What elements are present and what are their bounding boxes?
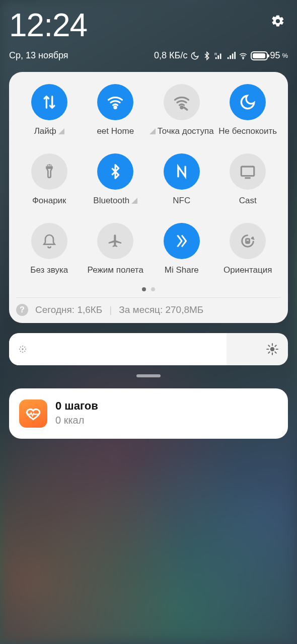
airplane-icon — [97, 223, 133, 259]
flashlight-icon — [31, 153, 67, 190]
qs-tile-silent[interactable]: Без звука — [16, 223, 83, 275]
shade-subheader: Ср, 13 ноября 0,8 КБ/с R 95 % — [9, 50, 288, 61]
usage-month-value: 270,8МБ — [165, 304, 203, 315]
drag-handle[interactable] — [136, 374, 161, 377]
qs-tile-label: Bluetooth — [93, 196, 137, 206]
svg-point-10 — [22, 346, 23, 347]
settings-button[interactable] — [271, 14, 285, 28]
qs-tile-nfc[interactable]: NFC — [148, 153, 215, 206]
svg-line-25 — [268, 352, 269, 353]
notification-shade: 12:24 Ср, 13 ноября 0,8 КБ/с R 95 % Лайф… — [0, 0, 297, 439]
qs-tile-wifi[interactable]: eet Home — [83, 84, 149, 136]
svg-point-18 — [270, 347, 275, 352]
data-usage-bar[interactable]: ? Сегодня: 1,6КБ | За месяц: 270,8МБ — [16, 297, 281, 316]
hotspot-icon — [164, 84, 200, 120]
mobile-data-icon — [31, 84, 67, 120]
moon-icon — [190, 51, 199, 60]
signal-2-icon — [227, 51, 236, 60]
question-icon: ? — [16, 304, 28, 316]
qs-tile-cast[interactable]: Cast — [215, 153, 281, 206]
rotation-icon — [230, 223, 266, 259]
svg-point-17 — [25, 351, 26, 352]
notification-title: 0 шагов — [55, 399, 98, 413]
svg-point-15 — [25, 347, 26, 348]
svg-point-13 — [25, 349, 26, 350]
shade-header: 12:24 — [9, 9, 288, 41]
svg-point-16 — [20, 351, 21, 352]
clock: 12:24 — [9, 9, 87, 41]
usage-today-label: Сегодня: — [35, 304, 75, 315]
svg-rect-4 — [242, 167, 255, 176]
health-app-icon — [19, 399, 47, 428]
date-label: Ср, 13 ноября — [9, 50, 68, 61]
qs-tile-label: Без звука — [30, 265, 68, 275]
svg-point-8 — [247, 242, 248, 243]
usage-month-label: За месяц: — [119, 304, 163, 315]
svg-line-23 — [268, 345, 269, 346]
qs-tile-flashlight[interactable]: Фонарик — [16, 153, 83, 206]
brightness-high-icon — [266, 343, 279, 356]
qs-tile-dnd[interactable]: Не беспокоить — [215, 84, 281, 136]
battery-pct: 95 — [270, 50, 280, 61]
svg-text:R: R — [214, 52, 217, 56]
svg-point-3 — [181, 106, 183, 108]
usage-today-value: 1,6КБ — [77, 304, 102, 315]
gear-icon — [271, 14, 285, 28]
svg-point-14 — [20, 347, 21, 348]
page-indicator[interactable] — [16, 287, 281, 291]
qs-tile-rotation[interactable]: Ориентация — [215, 223, 281, 275]
cast-icon — [230, 153, 266, 190]
qs-tile-label: Ориентация — [224, 265, 272, 275]
brightness-slider[interactable] — [9, 333, 288, 365]
signal-1-icon: R — [214, 51, 224, 60]
qs-tile-label: eet Home — [97, 126, 134, 136]
battery-icon — [251, 51, 268, 60]
notification-text: 0 шагов 0 ккал — [55, 399, 98, 426]
notification-card[interactable]: 0 шагов 0 ккал — [9, 388, 288, 439]
status-icons: 0,8 КБ/с R 95 % — [154, 50, 288, 61]
page-dot-1 — [142, 287, 146, 291]
qs-tile-label: Режим полета — [88, 265, 143, 275]
bluetooth-icon — [97, 153, 133, 190]
page-dot-2 — [151, 287, 155, 291]
svg-point-11 — [22, 352, 23, 353]
quick-settings-panel: Лайфeet HomeТочка доступаНе беспокоитьФо… — [9, 72, 288, 323]
qs-tile-label: Точка доступа — [150, 126, 214, 136]
nfc-icon — [164, 153, 200, 190]
qs-tile-label: Не беспокоить — [218, 126, 277, 136]
qs-tile-mobile-data[interactable]: Лайф — [16, 84, 83, 136]
bluetooth-status-icon — [202, 51, 211, 60]
battery-pct-suffix: % — [282, 52, 288, 59]
qs-tile-label: Mi Share — [165, 265, 199, 275]
svg-point-12 — [19, 349, 20, 350]
svg-line-26 — [275, 345, 276, 346]
wifi-status-icon — [239, 51, 248, 60]
qs-tile-bluetooth[interactable]: Bluetooth — [83, 153, 149, 206]
svg-point-9 — [22, 348, 23, 350]
notification-subtitle: 0 ккал — [55, 415, 98, 426]
qs-tile-mishare[interactable]: Mi Share — [148, 223, 215, 275]
qs-tile-label: Фонарик — [32, 196, 66, 206]
net-speed: 0,8 КБ/с — [154, 50, 187, 61]
brightness-fill — [9, 333, 227, 365]
qs-tile-label: NFC — [173, 196, 190, 206]
mishare-icon — [164, 223, 200, 259]
svg-point-2 — [114, 106, 116, 108]
svg-line-24 — [275, 352, 276, 353]
qs-tile-airplane[interactable]: Режим полета — [83, 223, 149, 275]
svg-point-1 — [243, 58, 244, 59]
qs-tile-label: Cast — [239, 196, 257, 206]
brightness-low-icon — [18, 345, 27, 354]
qs-tile-hotspot[interactable]: Точка доступа — [148, 84, 215, 136]
wifi-icon — [97, 84, 133, 120]
usage-separator: | — [109, 304, 112, 315]
dnd-icon — [230, 84, 266, 120]
qs-tile-label: Лайф — [34, 126, 64, 136]
silent-icon — [31, 223, 67, 259]
